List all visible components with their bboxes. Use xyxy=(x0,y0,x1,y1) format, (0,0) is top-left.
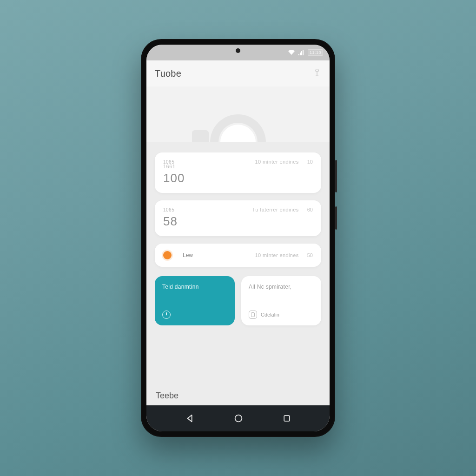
status-card-subtext: 10 minter endines xyxy=(255,252,299,258)
stat-card-value: 60 xyxy=(307,207,313,212)
nav-recent-button[interactable] xyxy=(282,414,291,423)
primary-action-tile[interactable]: Teld danmtinn xyxy=(155,276,235,325)
nav-back-button[interactable] xyxy=(185,413,195,423)
document-icon xyxy=(249,311,257,319)
nav-home-button[interactable] xyxy=(233,413,244,423)
status-card[interactable]: Lew 10 minter endines 50 xyxy=(155,244,321,267)
tile-title: All Nc spmirater, xyxy=(249,284,314,290)
page-title: Tuobe xyxy=(155,68,181,79)
android-nav-bar xyxy=(146,405,330,431)
svg-point-1 xyxy=(235,415,242,422)
svg-rect-2 xyxy=(284,416,290,421)
stat-card-value: 10 xyxy=(307,159,313,165)
tile-title: Teld danmtinn xyxy=(162,284,227,290)
clock-icon xyxy=(162,311,171,319)
content-area: 1065 10 minter endines 10 1661 100 1065 … xyxy=(146,142,330,388)
stat-card-subtext: 10 minter endines xyxy=(255,159,299,165)
signal-icon xyxy=(298,50,304,55)
footer-label: Teebe xyxy=(156,391,178,400)
stat-card-number: 100 xyxy=(163,171,247,185)
footer: Teebe xyxy=(146,388,330,405)
stat-card[interactable]: 1065 10 minter endines 10 1661 100 xyxy=(155,152,321,193)
tile-subtext: Cdelalin xyxy=(261,312,279,317)
side-button-power xyxy=(335,206,337,230)
title-bar: Tuobe xyxy=(146,60,330,86)
phone-frame: 11:10 Tuobe 1065 10 minter endines 10 16… xyxy=(141,39,335,437)
stat-card-number: 58 xyxy=(163,214,244,229)
side-button-volume xyxy=(335,160,337,192)
screen: 11:10 Tuobe 1065 10 minter endines 10 16… xyxy=(146,45,330,431)
earpiece xyxy=(236,48,240,53)
stat-card-line2: 1661 xyxy=(163,164,247,169)
stat-card-label: 1065 xyxy=(163,207,244,212)
info-icon[interactable] xyxy=(313,68,321,79)
secondary-action-tile[interactable]: All Nc spmirater, Cdelalin xyxy=(241,276,321,325)
wifi-icon xyxy=(288,50,295,55)
status-dot-icon xyxy=(163,251,172,259)
status-time: 11:10 xyxy=(308,49,323,56)
stat-card[interactable]: 1065 Tu faterrer endines 60 58 xyxy=(155,200,321,236)
svg-point-0 xyxy=(316,69,318,72)
stat-card-subtext: Tu faterrer endines xyxy=(252,207,299,212)
status-card-label: Lew xyxy=(183,252,247,258)
status-card-value: 50 xyxy=(307,252,313,258)
hero-illustration xyxy=(146,86,330,142)
tile-row: Teld danmtinn All Nc spmirater, Cdelalin xyxy=(155,276,321,325)
